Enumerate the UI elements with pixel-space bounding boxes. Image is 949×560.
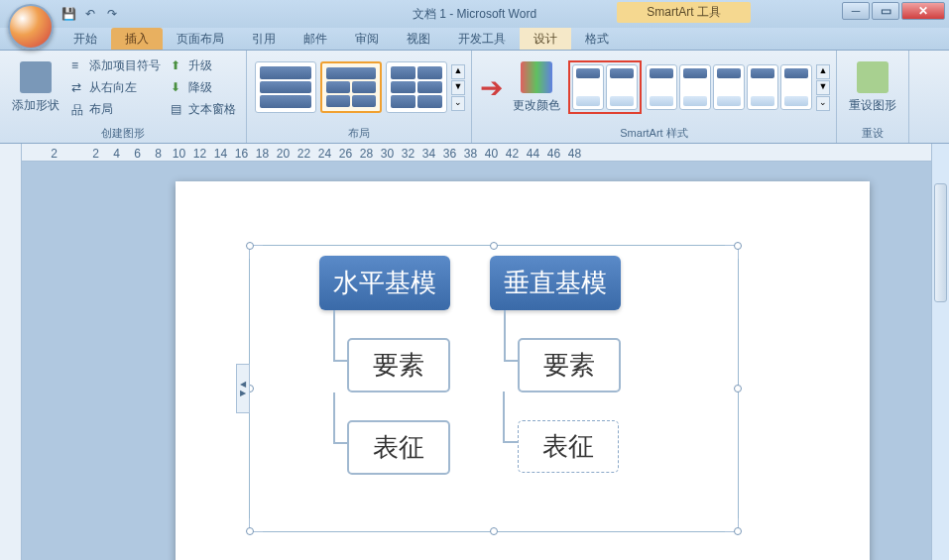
- node-sub-2a[interactable]: 要素: [518, 338, 621, 392]
- style-option-4[interactable]: [679, 64, 711, 110]
- page: ◀▶ 水平基模 要素 表征 垂直基模 要素 表征: [176, 181, 870, 560]
- bullet-icon: ≡: [71, 58, 85, 72]
- ruler-mark: 24: [314, 144, 335, 161]
- resize-handle[interactable]: [490, 527, 498, 535]
- resize-handle[interactable]: [490, 242, 498, 250]
- tab-view[interactable]: 视图: [393, 28, 444, 50]
- group-styles-label: SmartArt 样式: [476, 124, 832, 143]
- minimize-button[interactable]: ─: [842, 2, 870, 20]
- window-controls: ─ ▭ ✕: [842, 2, 945, 20]
- style-highlighted-group: [568, 60, 642, 114]
- ruler-mark: 2: [44, 144, 64, 161]
- style-down-icon[interactable]: ▼: [816, 80, 830, 95]
- change-colors-label: 更改颜色: [513, 97, 560, 114]
- textpane-button[interactable]: ▤文本窗格: [167, 99, 240, 120]
- tab-home[interactable]: 开始: [59, 28, 111, 50]
- style-option-2[interactable]: [606, 64, 638, 110]
- layout-option-1[interactable]: [255, 61, 316, 113]
- style-option-6[interactable]: [747, 64, 778, 110]
- ruler-mark: 42: [502, 144, 523, 161]
- style-option-7[interactable]: [780, 64, 812, 110]
- ruler-mark: 8: [148, 144, 169, 161]
- textpane-toggle[interactable]: ◀▶: [236, 364, 250, 413]
- ruler-mark: 2: [85, 144, 106, 161]
- vertical-scrollbar[interactable]: [931, 144, 949, 560]
- change-colors-button[interactable]: 更改颜色: [507, 57, 566, 118]
- ruler-mark: 44: [523, 144, 543, 161]
- maximize-button[interactable]: ▭: [872, 2, 899, 20]
- tab-mailings[interactable]: 邮件: [290, 28, 341, 50]
- add-shape-label: 添加形状: [12, 97, 59, 114]
- node-sub-1b[interactable]: 表征: [347, 420, 450, 475]
- tab-developer[interactable]: 开发工具: [444, 28, 520, 50]
- redo-icon[interactable]: ↷: [103, 5, 121, 23]
- style-up-icon[interactable]: ▲: [816, 64, 830, 79]
- document-canvas[interactable]: ◀▶ 水平基模 要素 表征 垂直基模 要素 表征: [22, 162, 949, 560]
- ruler-mark: 48: [564, 144, 585, 161]
- resize-handle[interactable]: [246, 527, 254, 535]
- node-main-2[interactable]: 垂直基模: [490, 256, 621, 310]
- layout-option-3[interactable]: [386, 61, 447, 113]
- ribbon-tabs: 开始 插入 页面布局 引用 邮件 审阅 视图 开发工具 设计 格式: [0, 28, 949, 51]
- group-create-label: 创建图形: [4, 124, 242, 143]
- tab-insert[interactable]: 插入: [111, 28, 163, 50]
- style-option-3[interactable]: [646, 64, 677, 110]
- resize-handle[interactable]: [246, 242, 254, 250]
- smartart-selection[interactable]: ◀▶ 水平基模 要素 表征 垂直基模 要素 表征: [249, 245, 739, 532]
- tab-design[interactable]: 设计: [520, 28, 571, 50]
- layout-option-2[interactable]: [320, 61, 382, 113]
- group-reset-label: 重设: [841, 124, 904, 143]
- scroll-thumb[interactable]: [934, 183, 947, 302]
- close-button[interactable]: ✕: [901, 2, 945, 20]
- resize-handle[interactable]: [734, 385, 742, 392]
- ruler-mark: 14: [210, 144, 231, 161]
- style-more-icon[interactable]: ⌄: [816, 96, 830, 111]
- style-gallery: [644, 62, 814, 112]
- callout-arrow-icon: ➔: [478, 71, 505, 104]
- ruler-mark: 30: [377, 144, 398, 161]
- group-styles: ➔ 更改颜色 ▲ ▼ ⌄ SmartArt 样式: [472, 51, 837, 143]
- tab-layout[interactable]: 页面布局: [163, 28, 238, 50]
- ruler-mark: 32: [398, 144, 418, 161]
- tab-review[interactable]: 审阅: [341, 28, 393, 50]
- add-bullet-button[interactable]: ≡添加项目符号: [67, 56, 165, 76]
- ruler-mark: 20: [273, 144, 294, 161]
- reset-icon: [857, 61, 889, 93]
- group-layouts-label: 布局: [251, 124, 467, 143]
- undo-icon[interactable]: ↶: [81, 5, 99, 23]
- node-sub-1a[interactable]: 要素: [347, 338, 450, 392]
- add-shape-icon: [20, 61, 52, 93]
- reset-graphic-button[interactable]: 重设图形: [843, 57, 902, 118]
- tab-format[interactable]: 格式: [571, 28, 623, 50]
- save-icon[interactable]: 💾: [59, 5, 77, 23]
- rtl-button[interactable]: ⇄从右向左: [67, 77, 165, 98]
- layout-button[interactable]: 品布局: [67, 99, 165, 120]
- resize-handle[interactable]: [734, 242, 742, 250]
- rtl-icon: ⇄: [71, 80, 85, 94]
- gallery-down-icon[interactable]: ▼: [451, 80, 465, 95]
- ruler-mark: 46: [543, 144, 564, 161]
- office-button[interactable]: [8, 4, 54, 50]
- quick-access-toolbar: 💾 ↶ ↷: [59, 5, 121, 23]
- tab-references[interactable]: 引用: [238, 28, 290, 50]
- node-main-1[interactable]: 水平基模: [319, 256, 450, 310]
- gallery-up-icon[interactable]: ▲: [451, 64, 465, 79]
- demote-button[interactable]: ⬇降级: [167, 77, 240, 98]
- style-option-1[interactable]: [572, 64, 604, 110]
- layout-gallery-nav: ▲ ▼ ⌄: [451, 64, 465, 111]
- group-create: 添加形状 ≡添加项目符号 ⇄从右向左 品布局 ⬆升级 ⬇降级 ▤文本窗格 创建图…: [0, 51, 247, 143]
- promote-button[interactable]: ⬆升级: [167, 56, 240, 76]
- promote-icon: ⬆: [171, 58, 184, 72]
- vertical-ruler[interactable]: [0, 144, 22, 560]
- resize-handle[interactable]: [734, 527, 742, 535]
- horizontal-ruler[interactable]: 2246810121416182022242628303234363840424…: [22, 144, 949, 162]
- add-shape-button[interactable]: 添加形状: [6, 57, 65, 118]
- ruler-mark: 18: [252, 144, 273, 161]
- ruler-mark: 28: [356, 144, 377, 161]
- ruler-mark: 22: [294, 144, 314, 161]
- ribbon: 添加形状 ≡添加项目符号 ⇄从右向左 品布局 ⬆升级 ⬇降级 ▤文本窗格 创建图…: [0, 51, 949, 144]
- node-sub-2b[interactable]: 表征: [518, 420, 619, 473]
- gallery-more-icon[interactable]: ⌄: [451, 96, 465, 111]
- ruler-mark: 4: [106, 144, 127, 161]
- style-option-5[interactable]: [713, 64, 745, 110]
